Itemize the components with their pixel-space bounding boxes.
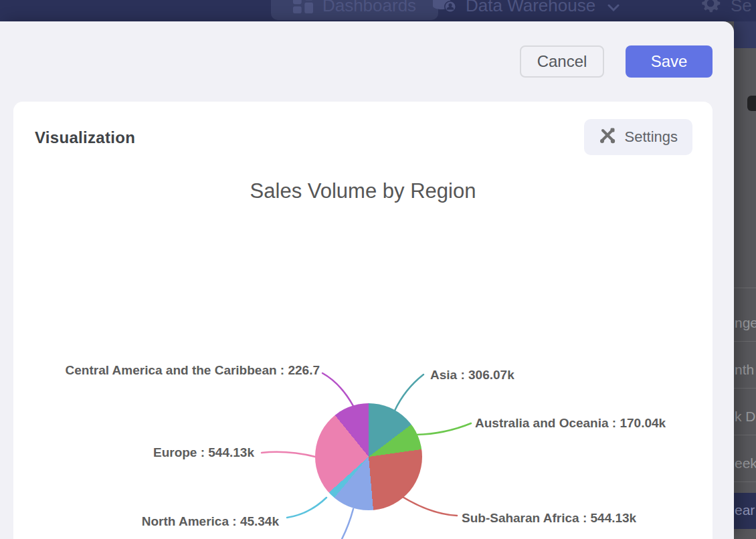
menu-item-weekday-fragment: k D xyxy=(735,409,756,425)
menu-item-year-selected: ear xyxy=(734,493,756,529)
dimmed-background: nge nth k D eek ear xyxy=(734,0,756,539)
nav-settings-label-partial: Se xyxy=(731,0,752,16)
menu-item-range-fragment: nge xyxy=(735,315,756,331)
chevron-down-icon xyxy=(607,0,620,16)
divider xyxy=(734,481,756,482)
pie-label-north-america: North America : 45.34k xyxy=(142,514,279,529)
nav-dashboards-label: Dashboards xyxy=(322,0,416,16)
visualization-modal: Cancel Save Visualization Settings Sales… xyxy=(0,21,734,539)
visualization-card: Visualization Settings Sales Volume by R… xyxy=(13,102,713,539)
menu-item-week-fragment: eek xyxy=(735,455,756,471)
pie-label-australia-oceania: Australia and Oceania : 170.04k xyxy=(475,416,666,431)
pie-label-sub-saharan-africa: Sub-Saharan Africa : 544.13k xyxy=(462,511,636,526)
pie-label-europe: Europe : 544.13k xyxy=(153,445,254,460)
top-navigation-bar: Dashboards Data Warehouse xyxy=(0,0,756,21)
nav-settings-item[interactable]: Se xyxy=(700,0,752,20)
pie-chart[interactable] xyxy=(315,403,422,510)
pie-label-asia: Asia : 306.07k xyxy=(430,368,514,383)
gear-icon xyxy=(700,0,721,19)
data-warehouse-icon xyxy=(432,0,456,19)
divider xyxy=(734,288,756,288)
cancel-button[interactable]: Cancel xyxy=(520,45,604,78)
background-button-edge xyxy=(747,96,756,111)
save-button[interactable]: Save xyxy=(626,45,713,78)
screen: nge nth k D eek ear Dashboards xyxy=(0,0,756,539)
divider xyxy=(734,435,756,435)
divider xyxy=(734,341,756,342)
dashboards-icon xyxy=(293,0,313,18)
nav-dashboards-tab[interactable]: Dashboards xyxy=(271,0,438,20)
divider xyxy=(734,388,756,389)
menu-item-year-fragment: ear xyxy=(735,502,755,518)
menu-item-month-fragment: nth xyxy=(735,362,754,378)
nav-data-warehouse-menu[interactable]: Data Warehouse xyxy=(432,0,620,20)
pie-label-central-america: Central America and the Caribbean : 226.… xyxy=(66,363,320,378)
nav-data-warehouse-label: Data Warehouse xyxy=(466,0,595,16)
